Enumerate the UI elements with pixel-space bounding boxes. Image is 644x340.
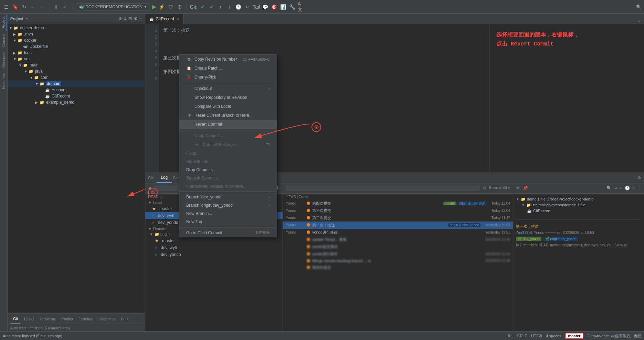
origin-arrow[interactable]: ▼: [149, 232, 153, 236]
profile-icon[interactable]: ⏱: [176, 3, 183, 10]
tree-domain[interactable]: ▼ 📁 domain: [8, 81, 145, 87]
tree-dockerfile[interactable]: 🐳 Dockerfile: [8, 43, 145, 50]
ctx-cherry-pick[interactable]: 🍒 Cherry-Pick: [179, 73, 277, 82]
translate-icon[interactable]: A文: [298, 3, 305, 10]
src-domain-folder[interactable]: ▼ 📁 src/main/java/com/domain 1 file: [516, 202, 641, 208]
log-tab[interactable]: Log: [157, 173, 172, 183]
commit-row-10[interactable]: 第四次提交: [283, 264, 513, 271]
ctx-compare-local[interactable]: Compare with Local: [179, 102, 277, 111]
gitrecord-tab[interactable]: ☕ GitRecord ✕: [145, 14, 183, 24]
commit-row-1[interactable]: Yondo 第四次提交 master origin & dev_wyh Toda…: [283, 200, 513, 207]
tree-java[interactable]: ▼ 📁 java: [8, 68, 145, 74]
plugin-icon3[interactable]: 📊: [280, 3, 287, 10]
ctx-copy-revision[interactable]: ⧉ Copy Revision Number Ctrl+Alt+Shift+C: [179, 55, 277, 64]
ctx-branch-dev-yondo[interactable]: Branch 'dev_yondo' ›: [179, 193, 277, 201]
run-config-selector[interactable]: 🐳 DOCKERDEMOAPPLICATION ▼: [76, 3, 150, 10]
demo-folder[interactable]: ▼ 📁 demo 1 file D:\ideaProject\docker-de…: [516, 196, 641, 202]
global-search-icon[interactable]: 🔍: [636, 4, 641, 9]
tree-src[interactable]: ▼ 📁 src: [8, 56, 145, 62]
tail-icon[interactable]: Tail: [253, 3, 260, 10]
ctx-fixup[interactable]: Fixup...: [179, 149, 277, 157]
settings-icon-git[interactable]: ⚙: [637, 175, 641, 180]
build-tab[interactable]: Build: [118, 314, 132, 324]
vtab-favorites[interactable]: Favorites: [0, 71, 7, 92]
tree-main[interactable]: ▼ 📁 main: [8, 62, 145, 68]
ctx-branch-origin-dev[interactable]: Branch 'origin/dev_yondo' ›: [179, 201, 277, 209]
plugin-icon4[interactable]: 🔧: [289, 3, 296, 10]
tree-account[interactable]: ☕ Account: [8, 87, 145, 93]
git-push-icon[interactable]: ↑: [217, 3, 224, 10]
master-branch-badge[interactable]: master: [565, 333, 583, 339]
ctx-squash-into[interactable]: Squash Into...: [179, 157, 277, 166]
project-dropdown-icon[interactable]: ▼: [25, 17, 28, 20]
problems-tab[interactable]: Problems: [37, 314, 59, 324]
search-icon-right[interactable]: 🔍: [606, 186, 612, 190]
vtab-commit[interactable]: Commit: [0, 31, 7, 50]
git-history-icon[interactable]: 🕐: [235, 3, 242, 10]
ctx-interactive-rebase[interactable]: Interactively Rebase from Here...: [179, 182, 277, 190]
tree-gitrecord[interactable]: ☕ GitRecord: [8, 93, 145, 99]
build-icon[interactable]: ⚡: [158, 3, 165, 10]
terminal-tab[interactable]: Terminal: [76, 314, 96, 324]
panel-icon-list[interactable]: ≡: [124, 16, 126, 21]
coverage-icon[interactable]: 🛡: [167, 3, 174, 10]
commit-row-4[interactable]: Yondo 第一次：推送 origin & dev_yondo Yesterda…: [283, 221, 513, 229]
local-arrow[interactable]: ▼: [148, 200, 152, 205]
gitrecord-file-item[interactable]: ☕ GitRecord: [516, 208, 641, 214]
ctx-go-child[interactable]: Go to Child Commit 向左箭头: [179, 228, 277, 237]
ctx-edit-message[interactable]: Edit Commit Message... F2: [179, 140, 277, 149]
commit-row-6[interactable]: update Templ... 看着 2023/5/24 11:40: [283, 236, 513, 243]
commit-row-9[interactable]: Merge remote-tracking branch ... is 2023…: [283, 258, 513, 264]
filter-icon[interactable]: ▽: [632, 186, 635, 190]
ctx-checkout[interactable]: Checkout ›: [179, 84, 277, 93]
ctx-new-branch[interactable]: New Branch...: [179, 209, 277, 218]
todo-tab[interactable]: TODO: [21, 314, 37, 324]
tree-mvn[interactable]: ▶ 📁 .mvn: [8, 31, 145, 37]
menu-icon[interactable]: ☰: [3, 3, 10, 10]
remote-arrow[interactable]: ▼: [148, 227, 152, 231]
settings-gear[interactable]: ⚙: [483, 186, 487, 190]
ctx-create-patch[interactable]: 📋 Create Patch...: [179, 64, 277, 73]
git-pull-icon[interactable]: ↓: [226, 3, 233, 10]
tree-example-demo[interactable]: ▶ 📁 example_demo: [8, 99, 145, 105]
ctx-squash-commits[interactable]: Squash Commits...: [179, 174, 277, 182]
undo-icon[interactable]: ↩: [619, 186, 623, 190]
ctx-drop-commits[interactable]: Drop Commits: [179, 166, 277, 174]
bookmark-icon[interactable]: 🔖: [12, 3, 19, 10]
panel-icon-add[interactable]: ⊕: [118, 16, 122, 21]
collapse-icon[interactable]: ◀: [148, 186, 151, 190]
tab-close-btn[interactable]: ✕: [176, 17, 179, 21]
ctx-show-repo[interactable]: Show Repository at Revision: [179, 93, 277, 102]
forward-icon[interactable]: →: [39, 3, 45, 10]
commit-row-5[interactable]: Yondo yondo进行修改 Yesterday 19:51: [283, 229, 513, 236]
commit-row-2[interactable]: Yondo 第三次提交 Today 12:04: [283, 207, 513, 214]
git-check-icon[interactable]: ✔: [199, 3, 206, 10]
git-undo-icon[interactable]: ↩: [244, 3, 251, 10]
commit-row-8[interactable]: yondo进行操作 2023/5/24 11:44: [283, 250, 513, 258]
vcs-icon[interactable]: ⬆: [53, 3, 60, 10]
expand-icon[interactable]: ⇥: [614, 186, 617, 190]
branch-select-label[interactable]: Branch: All ▾: [489, 186, 510, 190]
commit-row-3[interactable]: Yondo 第二次提交 Today 11:47: [283, 214, 513, 221]
git-row-origin-dev-yondo[interactable]: ⑃ dev_yondo: [145, 251, 283, 258]
ctx-reset-branch[interactable]: ↺ Reset Current Branch to Here...: [179, 111, 277, 120]
plugin-icon2[interactable]: 🎯: [271, 3, 278, 10]
endpoints-tab[interactable]: Endpoints: [96, 314, 118, 324]
ctx-undo-commit[interactable]: Undo Commit...: [179, 131, 277, 140]
commit-search-input[interactable]: [286, 185, 480, 191]
tree-logs[interactable]: ▶ 📁 logs: [8, 50, 145, 56]
tree-root[interactable]: ▼ 📁 docker-demo ›: [8, 25, 145, 31]
panel-icon-settings[interactable]: ⚙: [134, 16, 138, 21]
git-row-origin-master[interactable]: ★ master: [145, 237, 283, 244]
plugin-icon1[interactable]: 💬: [262, 3, 269, 10]
vtab-project[interactable]: Project: [0, 14, 7, 31]
more-icon[interactable]: ⋮: [637, 186, 641, 190]
run-button[interactable]: ▶: [152, 3, 156, 10]
pin-icon[interactable]: 📌: [523, 186, 528, 190]
ctx-new-tag[interactable]: New Tag...: [179, 218, 277, 226]
vtab-structure[interactable]: Structure: [0, 50, 7, 71]
eye-icon[interactable]: 👁: [516, 186, 520, 190]
profiler-tab[interactable]: Profiler: [59, 314, 76, 324]
git-check2-icon[interactable]: ✔: [208, 3, 215, 10]
commit-head-row[interactable]: HEAD (Current Branch): [283, 194, 513, 200]
